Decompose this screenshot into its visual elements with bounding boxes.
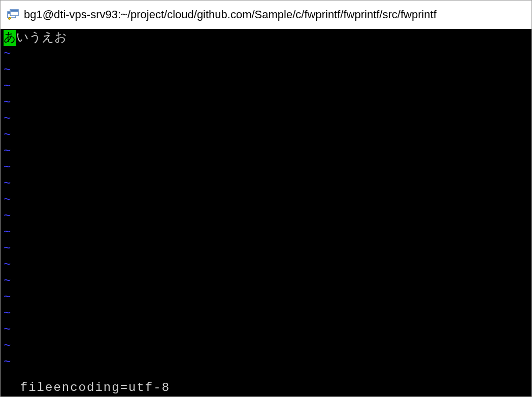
empty-line-marker: ~: [4, 322, 528, 338]
svg-rect-3: [11, 10, 18, 12]
content-line: あいうえお: [4, 30, 528, 46]
empty-line-marker: ~: [4, 241, 528, 257]
empty-line-marker: ~: [4, 306, 528, 322]
empty-line-marker: ~: [4, 160, 528, 176]
empty-line-marker: ~: [4, 46, 528, 62]
empty-line-marker: ~: [4, 143, 528, 160]
empty-line-marker: ~: [4, 338, 528, 354]
terminal-viewport[interactable]: あいうえお ~~~~~~~~~~~~~~~~~~~~ fileencoding=…: [1, 29, 531, 397]
empty-line-marker: ~: [4, 192, 528, 208]
empty-line-marker: ~: [4, 62, 528, 79]
empty-line-marker: ~: [4, 354, 528, 371]
status-line: fileencoding=utf-8: [4, 380, 528, 396]
empty-line-marker: ~: [4, 290, 528, 306]
empty-line-marker: ~: [4, 208, 528, 225]
empty-line-marker: ~: [4, 176, 528, 192]
window-titlebar: bg1@dti-vps-srv93:~/project/cloud/github…: [1, 1, 531, 29]
putty-icon: [7, 9, 19, 21]
empty-line-marker: ~: [4, 257, 528, 273]
empty-line-marker: ~: [4, 79, 528, 95]
empty-line-marker: ~: [4, 225, 528, 241]
empty-line-marker: ~: [4, 95, 528, 111]
empty-line-marker: ~: [4, 127, 528, 143]
line-text: いうえお: [16, 31, 67, 45]
cursor: あ: [4, 30, 16, 46]
empty-line-marker: ~: [4, 273, 528, 290]
window-title: bg1@dti-vps-srv93:~/project/cloud/github…: [24, 8, 437, 21]
empty-line-marker: ~: [4, 111, 528, 127]
